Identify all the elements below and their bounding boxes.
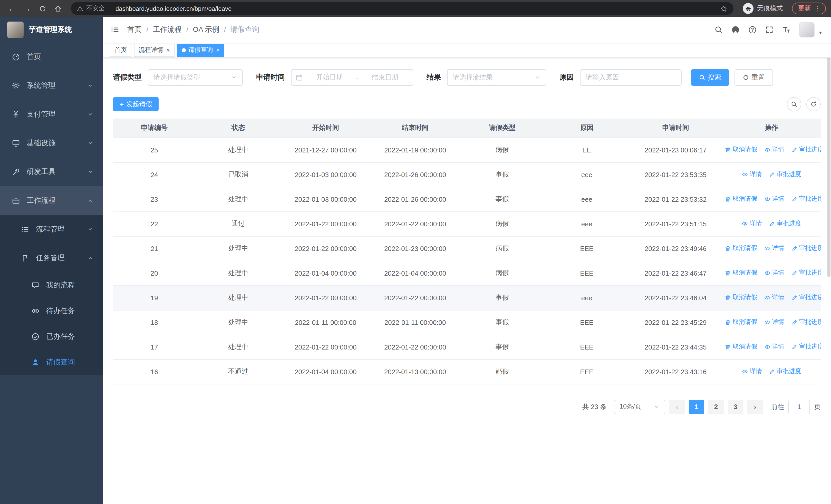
apply-time-range-picker[interactable]: 开始日期 - 结束日期: [291, 69, 413, 86]
reason-input[interactable]: 请输入原因: [580, 69, 682, 86]
detail-link[interactable]: 详情: [742, 219, 762, 228]
progress-link[interactable]: 审批进度: [791, 343, 821, 351]
browser-home-button[interactable]: [51, 2, 65, 15]
cancel-leave-link[interactable]: 取消请假: [725, 146, 757, 154]
detail-link[interactable]: 详情: [764, 146, 784, 154]
chevron-up-icon: [87, 198, 93, 204]
eye-icon: [764, 196, 770, 202]
cell-end-time: 2022-01-26 00:00:00: [371, 162, 460, 187]
progress-link[interactable]: 审批进度: [769, 367, 801, 376]
cancel-leave-link[interactable]: 取消请假: [725, 343, 757, 351]
create-leave-button[interactable]: + 发起请假: [113, 97, 159, 111]
prev-page-button[interactable]: ‹: [669, 399, 685, 414]
cancel-leave-link[interactable]: 取消请假: [725, 195, 757, 204]
search-icon[interactable]: [715, 26, 723, 34]
table-row[interactable]: 16 不通过 2022-01-04 00:00:00 2022-01-13 00…: [113, 359, 821, 384]
table-row[interactable]: 17 处理中 2022-01-22 00:00:00 2022-01-22 00…: [113, 335, 821, 359]
cancel-leave-link[interactable]: 取消请假: [725, 318, 757, 327]
avatar[interactable]: [799, 22, 814, 37]
detail-link[interactable]: 详情: [742, 170, 762, 179]
progress-link[interactable]: 审批进度: [791, 318, 821, 327]
sidebar-item-leave-query[interactable]: 请假查询: [0, 350, 103, 375]
sidebar-item-done-task[interactable]: 已办任务: [0, 324, 103, 350]
tab-home[interactable]: 首页: [110, 43, 132, 57]
sidebar-collapse-button[interactable]: [111, 26, 119, 34]
browser-update-button[interactable]: 更新 ⋮: [792, 3, 826, 14]
close-icon[interactable]: ×: [216, 47, 220, 53]
next-page-button[interactable]: ›: [747, 399, 763, 414]
table-row[interactable]: 20 处理中 2022-01-04 00:00:00 2022-01-04 00…: [113, 261, 821, 285]
browser-forward-button[interactable]: →: [21, 2, 34, 15]
cancel-leave-link[interactable]: 取消请假: [725, 293, 757, 302]
sidebar-item-todo-task[interactable]: 待办任务: [0, 298, 103, 324]
sidebar-item-process-mgmt[interactable]: 流程管理: [0, 215, 103, 244]
help-icon[interactable]: [748, 26, 756, 34]
detail-link[interactable]: 详情: [764, 269, 784, 277]
url-text[interactable]: dashboard.yudao.iocoder.cn/bpm/oa/leave: [115, 5, 231, 12]
table-row[interactable]: 23 处理中 2022-01-03 00:00:00 2022-01-26 00…: [113, 187, 821, 211]
eye-icon: [764, 245, 770, 251]
chevron-down-icon[interactable]: ▾: [819, 30, 822, 37]
table-row[interactable]: 18 处理中 2022-01-11 00:00:00 2022-01-11 00…: [113, 310, 821, 335]
github-icon[interactable]: [732, 26, 740, 34]
detail-link[interactable]: 详情: [764, 343, 784, 351]
table-row[interactable]: 25 处理中 2021-12-27 00:00:00 2022-01-19 00…: [113, 138, 821, 162]
sidebar-item-pay[interactable]: 支付管理: [0, 100, 103, 129]
app-logo[interactable]: 芋道管理系统: [0, 17, 103, 42]
breadcrumb-oa-example[interactable]: OA 示例: [193, 25, 220, 34]
sidebar-item-dev[interactable]: 研发工具: [0, 157, 103, 186]
detail-link[interactable]: 详情: [764, 195, 784, 204]
breadcrumb-home[interactable]: 首页: [127, 25, 142, 34]
progress-link[interactable]: 审批进度: [791, 195, 821, 204]
table-row[interactable]: 21 处理中 2022-01-22 00:00:00 2022-01-23 00…: [113, 236, 821, 261]
toggle-search-button[interactable]: [787, 97, 801, 111]
search-button[interactable]: 搜索: [691, 69, 729, 86]
detail-link[interactable]: 详情: [764, 293, 784, 302]
leave-type-select[interactable]: 请选择请假类型: [148, 69, 243, 86]
sidebar-item-task-mgmt[interactable]: 任务管理: [0, 244, 103, 272]
page-3-button[interactable]: 3: [728, 399, 743, 414]
page-size-select[interactable]: 10条/页: [614, 399, 665, 414]
refresh-table-button[interactable]: [806, 97, 821, 111]
progress-link[interactable]: 审批进度: [791, 269, 821, 277]
sidebar-item-infra[interactable]: 基础设施: [0, 129, 103, 157]
result-select[interactable]: 请选择流结果: [447, 69, 546, 86]
bookmark-star-icon[interactable]: [720, 5, 727, 12]
page-scrollbar[interactable]: [827, 46, 830, 277]
table-row[interactable]: 24 已取消 2022-01-03 00:00:00 2022-01-26 00…: [113, 162, 821, 187]
table-toolbar: + 发起请假: [113, 97, 821, 111]
browser-back-button[interactable]: ←: [5, 2, 19, 15]
goto-page-input[interactable]: [789, 399, 810, 414]
tab-process-detail[interactable]: 流程详情 ×: [134, 43, 174, 57]
detail-link[interactable]: 详情: [764, 244, 784, 253]
edit-pen-icon: [791, 245, 797, 251]
detail-link[interactable]: 详情: [742, 367, 762, 376]
page-1-button[interactable]: 1: [689, 399, 704, 414]
progress-link[interactable]: 审批进度: [791, 244, 821, 253]
close-icon[interactable]: ×: [166, 47, 170, 53]
security-label[interactable]: 不安全: [86, 4, 105, 13]
progress-link[interactable]: 审批进度: [769, 219, 801, 228]
reset-button[interactable]: 重置: [735, 69, 773, 86]
progress-link[interactable]: 审批进度: [791, 146, 821, 154]
browser-reload-button[interactable]: [36, 2, 49, 15]
font-size-icon[interactable]: [782, 26, 791, 34]
fullscreen-icon[interactable]: [765, 26, 774, 34]
progress-link[interactable]: 审批进度: [769, 170, 801, 179]
browser-menu-icon[interactable]: ⋮: [814, 5, 821, 12]
progress-link[interactable]: 审批进度: [791, 293, 821, 302]
tab-leave-query[interactable]: 请假查询 ×: [177, 43, 224, 57]
address-bar[interactable]: 不安全 dashboard.yudao.iocoder.cn/bpm/oa/le…: [71, 2, 734, 15]
breadcrumb-workflow[interactable]: 工作流程: [153, 25, 182, 34]
table-row[interactable]: 19 处理中 2022-01-22 00:00:00 2022-01-22 00…: [113, 285, 821, 310]
sidebar-item-home[interactable]: 首页: [0, 42, 103, 71]
page-2-button[interactable]: 2: [708, 399, 724, 414]
detail-link[interactable]: 详情: [764, 318, 784, 327]
sidebar-item-system[interactable]: 系统管理: [0, 71, 103, 100]
cancel-leave-link[interactable]: 取消请假: [725, 244, 757, 253]
table-row[interactable]: 22 通过 2022-01-22 00:00:00 2022-01-22 00:…: [113, 211, 821, 236]
total-count: 共 23 条: [582, 402, 607, 411]
sidebar-item-my-process[interactable]: 我的流程: [0, 272, 103, 298]
cancel-leave-link[interactable]: 取消请假: [725, 269, 757, 277]
sidebar-item-workflow[interactable]: 工作流程: [0, 186, 103, 215]
